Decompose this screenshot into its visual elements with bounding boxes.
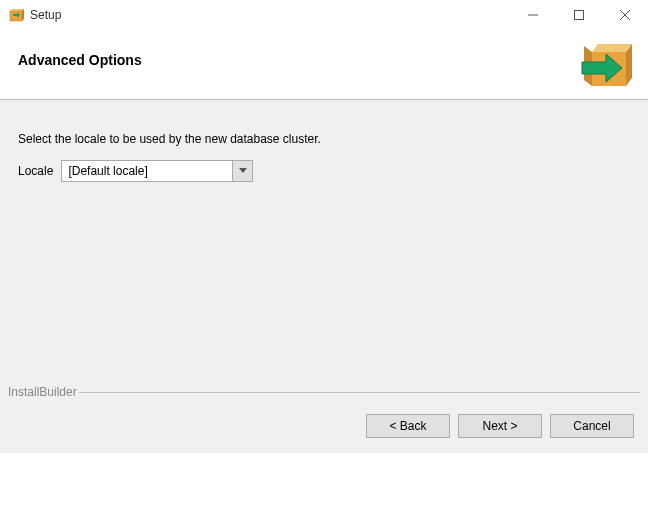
back-button[interactable]: < Back <box>366 414 450 438</box>
svg-marker-13 <box>239 168 247 173</box>
close-button[interactable] <box>602 0 648 30</box>
next-button[interactable]: Next > <box>458 414 542 438</box>
box-arrow-icon <box>580 36 638 94</box>
locale-label: Locale <box>18 164 53 178</box>
cancel-button[interactable]: Cancel <box>550 414 634 438</box>
svg-rect-5 <box>575 11 584 20</box>
app-icon <box>8 7 24 23</box>
titlebar: Setup <box>0 0 648 30</box>
footer: < Back Next > Cancel <box>0 399 648 453</box>
chevron-down-icon <box>232 161 252 181</box>
divider-line <box>79 392 640 393</box>
svg-marker-8 <box>592 44 632 52</box>
footer-divider: InstallBuilder <box>8 385 640 399</box>
page-title: Advanced Options <box>18 52 648 68</box>
instruction-text: Select the locale to be used by the new … <box>18 132 630 146</box>
footer-brand: InstallBuilder <box>8 385 79 399</box>
header: Advanced Options <box>0 30 648 100</box>
locale-select[interactable]: [Default locale] <box>61 160 253 182</box>
locale-select-value: [Default locale] <box>62 161 232 181</box>
window-controls <box>510 0 648 30</box>
minimize-button[interactable] <box>510 0 556 30</box>
maximize-button[interactable] <box>556 0 602 30</box>
window-title: Setup <box>30 8 510 22</box>
svg-marker-1 <box>10 9 24 11</box>
content-area: Select the locale to be used by the new … <box>0 100 648 453</box>
locale-row: Locale [Default locale] <box>18 160 630 182</box>
svg-marker-2 <box>22 9 24 21</box>
